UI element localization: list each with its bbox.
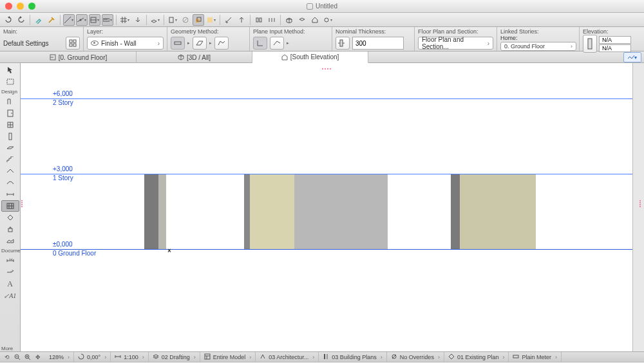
svg-rect-69	[327, 354, 328, 359]
undo-button[interactable]	[3, 14, 14, 26]
door-tool[interactable]	[1, 107, 19, 119]
wall-segment[interactable]	[158, 174, 166, 249]
measure-button[interactable]	[223, 14, 234, 26]
pen-set[interactable]: 03 Building Plans	[319, 352, 387, 362]
window-titlebar: Untitled	[0, 0, 644, 13]
redo-button[interactable]	[15, 14, 27, 26]
settings-icon-button[interactable]	[66, 37, 80, 50]
dimension-tool[interactable]: 12	[1, 255, 19, 266]
elevation-tool-button[interactable]	[236, 14, 247, 26]
slab-tool[interactable]	[1, 142, 19, 154]
mesh-tool[interactable]	[1, 235, 19, 247]
pan-button[interactable]: ✥	[33, 353, 43, 362]
rotation-angle[interactable]: 0,00°	[74, 352, 111, 362]
more-label[interactable]: More	[0, 344, 20, 351]
zoom-window-button[interactable]	[28, 3, 35, 10]
tab-south-elevation[interactable]: [South Elevation]	[252, 51, 368, 63]
object-tool[interactable]	[1, 223, 19, 235]
renovation-filter[interactable]: 03 Architectur...	[256, 352, 319, 362]
svg-rect-27	[70, 44, 72, 46]
document-icon	[307, 3, 313, 10]
content-area: Design Docume 12 +1.0 A ↙A1 More +6,000 …	[0, 63, 644, 351]
wall-tool[interactable]	[1, 96, 19, 107]
wall-segment[interactable]	[144, 174, 158, 249]
view-options-button[interactable]: ▾	[623, 52, 641, 62]
suspend-button[interactable]	[180, 14, 191, 26]
drawing-canvas[interactable]: +6,000 2 Story +3,000 1 Story ±0,000 0 G…	[21, 63, 632, 351]
plane-vertical-button[interactable]	[253, 37, 267, 50]
align-button[interactable]	[253, 14, 265, 26]
distribute-button[interactable]	[266, 14, 278, 26]
close-window-button[interactable]	[5, 3, 12, 10]
wall-segment[interactable]	[460, 174, 536, 249]
svg-rect-44	[9, 133, 12, 140]
marquee-tool[interactable]	[1, 76, 19, 88]
ruler-button[interactable]	[102, 14, 113, 26]
trace-opts-button[interactable]	[205, 14, 217, 26]
favorite-button[interactable]	[167, 14, 178, 26]
panel-handle-left[interactable]	[21, 200, 25, 210]
layer-dropdown[interactable]: Finish - Wall	[87, 37, 164, 50]
zoom-in-button[interactable]	[23, 353, 32, 362]
info-box: Main: Default Settings Layer: Finish - W…	[0, 27, 644, 51]
window-tool[interactable]	[1, 119, 19, 131]
tab-ground-floor[interactable]: [0. Ground Floor]	[21, 51, 137, 63]
wall-segment[interactable]	[250, 174, 294, 249]
beam-tool[interactable]	[1, 189, 19, 200]
scale[interactable]: 1:100	[111, 352, 149, 362]
view-opts-button[interactable]	[322, 14, 334, 26]
stair-tool[interactable]	[1, 154, 19, 165]
show-selection-button[interactable]	[296, 14, 308, 26]
geom-flat-button[interactable]	[171, 37, 185, 50]
plane-slant-button[interactable]	[270, 37, 284, 50]
tab-3d[interactable]: [3D / All]	[137, 51, 252, 63]
zoom-level[interactable]: 128%	[45, 352, 74, 362]
graphic-override[interactable]: No Overrides	[387, 352, 444, 362]
geom-poly-button[interactable]	[214, 37, 229, 50]
elev-2-input[interactable]	[599, 44, 631, 52]
home-button[interactable]	[309, 14, 321, 26]
show-3d-button[interactable]	[283, 14, 295, 26]
back-nav-button[interactable]: ⟲	[3, 353, 12, 362]
elev-1-input[interactable]	[599, 36, 631, 44]
geom-slant-button[interactable]	[193, 37, 207, 50]
column-tool[interactable]	[1, 131, 19, 142]
syringe-button[interactable]	[46, 14, 57, 26]
info-floorplan: Floor Plan and Section: Floor Plan and S…	[415, 27, 497, 51]
snap-button[interactable]	[89, 14, 100, 26]
label-tool[interactable]: ↙A1	[1, 290, 19, 301]
grid-button[interactable]	[119, 14, 131, 26]
right-scrollbar-area[interactable]	[632, 63, 644, 351]
trace-button[interactable]	[193, 14, 204, 26]
floorplan-dropdown[interactable]: Floor Plan and Section...	[418, 37, 493, 50]
thickness-input[interactable]	[352, 37, 404, 50]
curtain-wall-tool[interactable]	[1, 200, 19, 212]
minimize-window-button[interactable]	[17, 3, 24, 10]
eyedropper-button[interactable]	[33, 14, 44, 26]
panel-handle-bottom[interactable]	[321, 347, 332, 351]
zoom-out-button[interactable]	[13, 353, 22, 362]
svg-rect-26	[73, 40, 76, 42]
default-settings-link[interactable]: Default Settings	[3, 40, 49, 47]
dimensions-units[interactable]: Plain Meter	[509, 352, 562, 362]
layer-combo[interactable]: 02 Drafting	[149, 352, 200, 362]
guideline-1-button[interactable]	[63, 14, 75, 26]
morph-tool[interactable]	[1, 212, 19, 223]
mvo[interactable]: 01 Existing Plan	[444, 352, 509, 362]
thickness-icon-button[interactable]	[336, 37, 350, 50]
text-tool[interactable]: A	[1, 278, 19, 290]
home-story-dropdown[interactable]: 0. Ground Floor	[500, 42, 576, 51]
model-filter[interactable]: Entire Model	[200, 352, 256, 362]
edit-plane-button[interactable]	[149, 14, 161, 26]
arrow-tool[interactable]	[1, 64, 19, 76]
wall-segment[interactable]	[294, 174, 388, 249]
level-tool[interactable]: +1.0	[1, 266, 19, 278]
roof-tool[interactable]	[1, 165, 19, 177]
gravity-button[interactable]	[132, 14, 144, 26]
panel-handle-top[interactable]	[321, 64, 332, 68]
panel-handle-right[interactable]	[639, 200, 643, 210]
wall-segment[interactable]	[451, 174, 460, 249]
guideline-2-button[interactable]	[76, 14, 88, 26]
shell-tool[interactable]	[1, 177, 19, 189]
wall-segment[interactable]	[244, 174, 250, 249]
